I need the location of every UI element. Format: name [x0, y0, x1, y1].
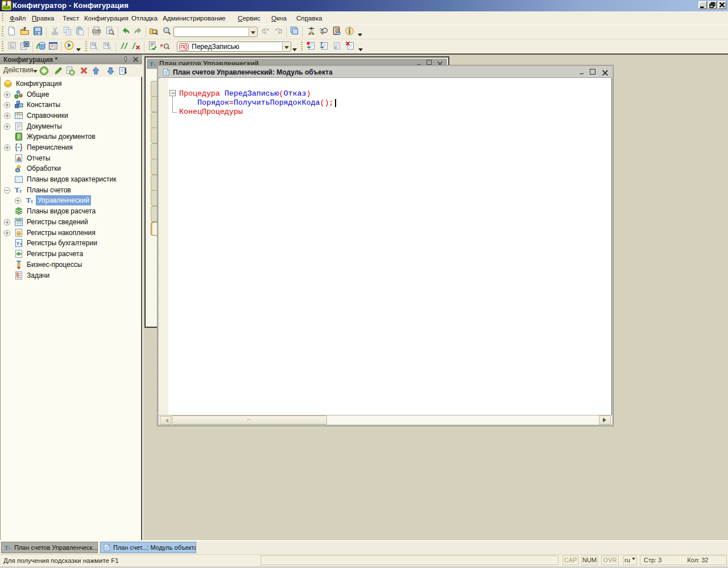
svg-text:т: т [19, 188, 22, 194]
svg-text:т: т [8, 545, 11, 551]
svg-text:т: т [31, 198, 34, 204]
svg-text:С: С [96, 47, 98, 50]
svg-text:ТБ: ТБ [104, 43, 109, 47]
svg-text:Тт: Тт [16, 241, 23, 246]
svg-text:?: ? [320, 41, 323, 47]
svg-text:ТА: ТА [91, 43, 96, 47]
svg-text:С: С [109, 47, 111, 50]
svg-text:т: т [153, 61, 156, 67]
